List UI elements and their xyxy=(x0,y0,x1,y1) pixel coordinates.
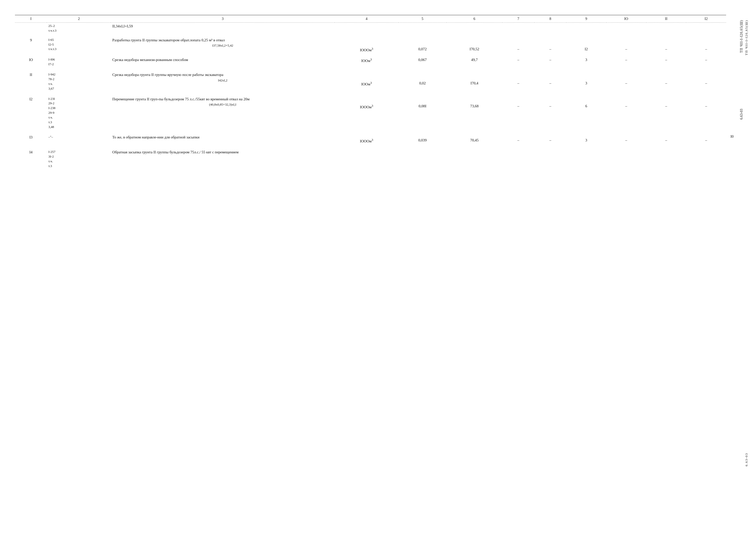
cell-row13-col12: – xyxy=(686,130,726,145)
cell-row9-col12: – xyxy=(686,34,726,54)
cell-row10-col4: IOOм3 xyxy=(335,54,399,68)
row13-unit: IOOOм3 xyxy=(360,139,373,143)
cell-row14-col11 xyxy=(646,145,686,169)
table-row: 25–2 т.ч.т.3 II,34хI,I+I,59 xyxy=(15,23,726,34)
cell-row13-col3: То же, в обратном направле-нии для обрат… xyxy=(111,130,335,145)
main-table: I 2 3 4 5 6 7 8 9 IO II I2 25–2 т.ч.т.3 … xyxy=(15,15,726,170)
table-row: I2 I-23I 29-2 I-238 29-9 т.ч. т.3 3,48 П… xyxy=(15,92,726,131)
cell-row9-col5: 0,072 xyxy=(398,34,446,54)
table-row: I4 I-257 3I-2 т.ч. т.3 Обратная засыпка … xyxy=(15,145,726,169)
col-header-6: 6 xyxy=(446,15,502,23)
row9-description: Разработка грунта II группы экскаватором… xyxy=(112,38,225,42)
cell-row13-col6: 70,45 xyxy=(446,130,502,145)
side-label-top: ТП ЧII-I-I20,65(Ш) xyxy=(740,20,744,53)
col-header-2: 2 xyxy=(47,15,111,23)
row11-formula: I42хI,2 xyxy=(112,78,333,83)
cell-row13-col5: 0,039 xyxy=(398,130,446,145)
cell-row9-col3: Разработка грунта II группы экскаватором… xyxy=(111,34,335,54)
cell-row9-col4: IOOOм3 xyxy=(335,34,399,54)
cell-row14-col1: I4 xyxy=(15,145,47,169)
cell-row12-col9: 6 xyxy=(566,92,606,131)
cell-row12-col1: I2 xyxy=(15,92,47,131)
cell-row10-col1: IO xyxy=(15,54,47,68)
cell-row13-col4: IOOOм3 xyxy=(335,130,399,145)
cell-row14-col10 xyxy=(606,145,646,169)
cell-row11-col3: Срезка недобора грунта II группы вручную… xyxy=(111,68,335,92)
cell-row10-col11: – xyxy=(646,54,686,68)
cell-row12-col7: – xyxy=(502,92,534,131)
table-row: IO I-I06 I7-2 Срезка недобора механизи-р… xyxy=(15,54,726,68)
side-number-10: I0 xyxy=(731,135,734,139)
cell-row0-col9 xyxy=(566,23,606,34)
cell-row0-col2: 25–2 т.ч.т.3 xyxy=(47,23,111,34)
row11-description: Срезка недобора грунта II группы вручную… xyxy=(112,73,223,77)
cell-row0-col8 xyxy=(534,23,566,34)
cell-row0-col4 xyxy=(335,23,399,34)
cell-row9-col2: I-65 I2-5 т.ч.т.3 xyxy=(47,34,111,54)
cell-row9-col8: – xyxy=(534,34,566,54)
cell-row0-col1 xyxy=(15,23,47,34)
cell-row0-col6 xyxy=(446,23,502,34)
side-label-bottom: 6.63-03 xyxy=(740,109,744,120)
cell-row14-col4 xyxy=(335,145,399,169)
cell-row10-col7: – xyxy=(502,54,534,68)
cell-row11-col9: 3 xyxy=(566,68,606,92)
cell-row12-col4: IOOOм3 xyxy=(335,92,399,131)
cell-row10-col6: 49,7 xyxy=(446,54,502,68)
col-header-11: II xyxy=(646,15,686,23)
cell-row14-col2: I-257 3I-2 т.ч. т.3 xyxy=(47,145,111,169)
cell-row12-col8: – xyxy=(534,92,566,131)
cell-row0-col3: II,34хI,I+I,59 xyxy=(111,23,335,34)
cell-row12-col10: – xyxy=(606,92,646,131)
cell-row11-col12: – xyxy=(686,68,726,92)
cell-row12-col6: 73,68 xyxy=(446,92,502,131)
row11-unit: IOOм3 xyxy=(361,82,372,86)
cell-row10-col5: 0,067 xyxy=(398,54,446,68)
cell-row9-col11: – xyxy=(646,34,686,54)
cell-row11-col10: – xyxy=(606,68,646,92)
cell-row9-col10: – xyxy=(606,34,646,54)
cell-row13-col9: 3 xyxy=(566,130,606,145)
row12-formula: (40,8х0,85+32,3)хI,I xyxy=(112,102,333,107)
cell-row10-col8: – xyxy=(534,54,566,68)
cell-row10-col9: 3 xyxy=(566,54,606,68)
row9-unit: IOOOм3 xyxy=(360,48,373,52)
row12-unit: IOOOм3 xyxy=(360,105,373,109)
cell-row0-col5 xyxy=(398,23,446,34)
cell-row0-col10 xyxy=(606,23,646,34)
table-row: I3 –"– То же, в обратном направле-нии дл… xyxy=(15,130,726,145)
cell-row9-col6: I70,52 xyxy=(446,34,502,54)
cell-row12-col12: – xyxy=(686,92,726,131)
col-header-12: I2 xyxy=(686,15,726,23)
cell-row12-col2: I-23I 29-2 I-238 29-9 т.ч. т.3 3,48 xyxy=(47,92,111,131)
table-header: I 2 3 4 5 6 7 8 9 IO II I2 xyxy=(15,15,726,23)
cell-row10-col3: Срезка недобора механизи-рованным способ… xyxy=(111,54,335,68)
cell-row11-col11: – xyxy=(646,68,686,92)
cell-row0-col12 xyxy=(686,23,726,34)
cell-row14-col6 xyxy=(446,145,502,169)
cell-row0-col7 xyxy=(502,23,534,34)
col-header-4: 4 xyxy=(335,15,399,23)
cell-row11-col6: I70,4 xyxy=(446,68,502,92)
row10-unit: IOOм3 xyxy=(361,59,372,63)
cell-row10-col10: – xyxy=(606,54,646,68)
vertical-label-bottom-text: 6.63-03 xyxy=(745,453,748,466)
col-header-3: 3 xyxy=(111,15,335,23)
cell-row14-col12 xyxy=(686,145,726,169)
cell-row10-col2: I-I06 I7-2 xyxy=(47,54,111,68)
col-header-5: 5 xyxy=(398,15,446,23)
cell-row13-col1: I3 xyxy=(15,130,47,145)
vertical-label-top: ТП ЧII-I-I20,65(Ш) xyxy=(745,20,749,55)
vertical-label-bottom: 6.63-03 xyxy=(745,453,749,466)
cell-row11-col8: – xyxy=(534,68,566,92)
col-header-10: IO xyxy=(606,15,646,23)
cell-row14-col7 xyxy=(502,145,534,169)
col-header-9: 9 xyxy=(566,15,606,23)
cell-row13-col2: –"– xyxy=(47,130,111,145)
cell-row11-col7: – xyxy=(502,68,534,92)
cell-row14-col3: Обратная засыпка грунта II группы бульдо… xyxy=(111,145,335,169)
cell-row12-col11: – xyxy=(646,92,686,131)
cell-row11-col5: 0,02 xyxy=(398,68,446,92)
cell-row13-col11: – xyxy=(646,130,686,145)
cell-row9-col9: I2 xyxy=(566,34,606,54)
